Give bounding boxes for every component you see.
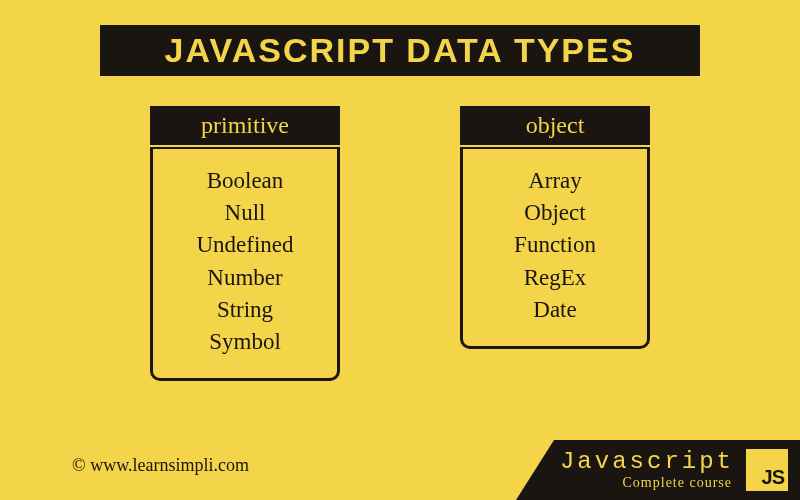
primitive-item: Null <box>163 197 327 229</box>
js-badge-icon: JS <box>746 449 788 491</box>
primitive-item: String <box>163 294 327 326</box>
primitive-item: Boolean <box>163 165 327 197</box>
object-item: Function <box>473 229 637 261</box>
primitive-item: Number <box>163 262 327 294</box>
object-item: Array <box>473 165 637 197</box>
object-item: RegEx <box>473 262 637 294</box>
main-title: JAVASCRIPT DATA TYPES <box>100 25 700 76</box>
footer-body: Javascript Complete course JS <box>554 440 800 500</box>
primitive-item: Symbol <box>163 326 327 358</box>
object-column: object Array Object Function RegEx Date <box>460 106 650 381</box>
footer-text: Javascript Complete course <box>560 450 734 490</box>
object-header: object <box>460 106 650 145</box>
object-item: Object <box>473 197 637 229</box>
footer-banner: Javascript Complete course JS <box>516 440 800 500</box>
footer-subtitle: Complete course <box>623 476 734 490</box>
object-body: Array Object Function RegEx Date <box>460 147 650 349</box>
object-item: Date <box>473 294 637 326</box>
primitive-body: Boolean Null Undefined Number String Sym… <box>150 147 340 381</box>
primitive-column: primitive Boolean Null Undefined Number … <box>150 106 340 381</box>
footer-title: Javascript <box>560 450 734 474</box>
columns-container: primitive Boolean Null Undefined Number … <box>0 106 800 381</box>
footer-slant <box>516 440 554 500</box>
js-badge-text: JS <box>762 466 784 489</box>
primitive-item: Undefined <box>163 229 327 261</box>
primitive-header: primitive <box>150 106 340 145</box>
attribution-text: © www.learnsimpli.com <box>72 455 249 476</box>
